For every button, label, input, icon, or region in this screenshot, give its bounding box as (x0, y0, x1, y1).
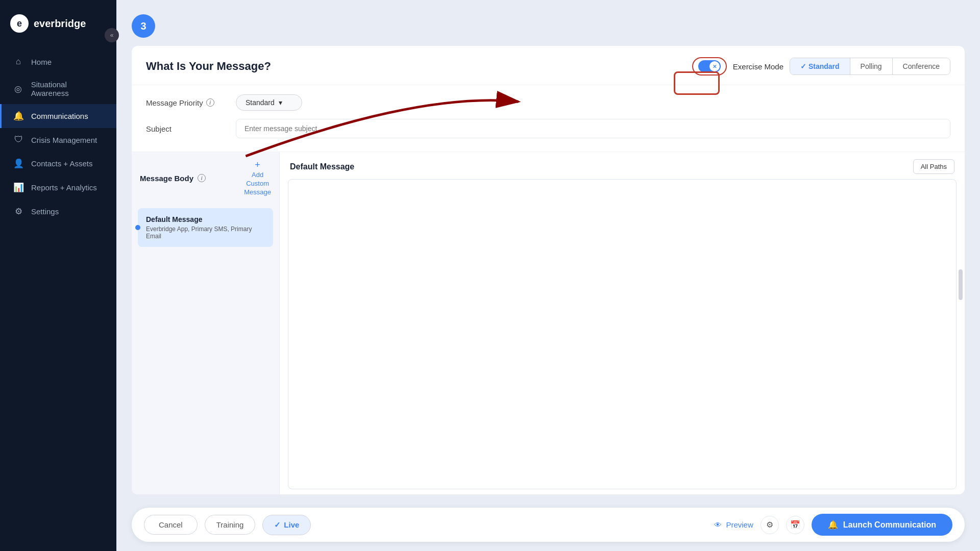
message-section: Message Body i + AddCustomMessage Defaul… (132, 152, 965, 494)
sidebar-nav: ⌂ Home ◎ Situational Awareness 🔔 Communi… (0, 45, 116, 551)
bottom-bar: Cancel Training ✓ Live 👁 Preview ⚙ 📅 🔔 L… (132, 508, 965, 542)
settings-icon: ⚙ (13, 206, 24, 217)
sidebar-item-label: Communications (31, 112, 88, 120)
sidebar-item-contacts-assets[interactable]: 👤 Contacts + Assets (0, 152, 116, 176)
step-bar: 3 (116, 0, 980, 38)
sidebar-item-label: Situational Awareness (31, 80, 105, 97)
exercise-toggle-wrapper: ✕ (692, 57, 727, 76)
situational-awareness-icon: ◎ (13, 84, 24, 94)
training-button[interactable]: Training (205, 515, 256, 535)
preview-button[interactable]: 👁 Preview (714, 520, 753, 529)
exercise-mode-toggle[interactable]: ✕ (698, 60, 721, 72)
priority-row: Message Priority i Standard ▾ (146, 94, 950, 111)
message-item[interactable]: Default Message Everbridge App, Primary … (138, 208, 273, 247)
message-item-subtitle: Everbridge App, Primary SMS, Primary Ema… (146, 226, 265, 240)
calendar-button[interactable]: 📅 (786, 516, 804, 534)
right-panel: Default Message All Paths (280, 152, 965, 494)
sidebar-item-label: Contacts + Assets (31, 159, 92, 168)
form-area: Message Priority i Standard ▾ Subject (132, 85, 965, 152)
message-item-title: Default Message (146, 215, 265, 223)
mode-tabs: ✓ Standard Polling Conference (790, 58, 950, 75)
all-paths-button[interactable]: All Paths (913, 159, 954, 174)
sidebar-item-situational-awareness[interactable]: ◎ Situational Awareness (0, 73, 116, 104)
sidebar-item-label: Crisis Management (31, 136, 97, 144)
priority-info-icon[interactable]: i (206, 98, 214, 107)
sidebar-item-label: Home (31, 58, 52, 66)
calendar-icon: 📅 (790, 520, 800, 530)
communications-icon: 🔔 (13, 111, 24, 121)
contacts-icon: 👤 (13, 158, 24, 169)
message-body-label: Message Body (140, 174, 193, 183)
logo-text: everbridge (34, 18, 86, 30)
sidebar-logo: e everbridge (0, 0, 116, 45)
priority-label: Message Priority i (146, 98, 228, 107)
subject-input[interactable] (236, 119, 950, 138)
left-panel-header: Message Body i + AddCustomMessage (132, 152, 279, 204)
sidebar-collapse-button[interactable]: « (105, 28, 119, 42)
checkmark-icon: ✓ (274, 520, 281, 530)
card-header: What Is Your Message? ✕ Exercise Mode ✓ … (132, 46, 965, 85)
live-button[interactable]: ✓ Live (262, 515, 311, 535)
main-content: 3 What Is Your Message? ✕ Exercis (116, 0, 980, 551)
crisis-management-icon: 🛡 (13, 135, 24, 145)
chevron-down-icon: ▾ (279, 98, 282, 107)
sidebar-item-label: Reports + Analytics (31, 183, 97, 192)
logo-icon: e (10, 14, 29, 33)
toggle-knob: ✕ (709, 61, 720, 71)
right-panel-title: Default Message (290, 162, 354, 171)
message-list: Default Message Everbridge App, Primary … (132, 204, 279, 251)
add-custom-message-button[interactable]: + AddCustomMessage (244, 159, 271, 197)
eye-icon: 👁 (714, 520, 722, 529)
step-circle: 3 (132, 14, 155, 38)
page-title: What Is Your Message? (146, 60, 271, 73)
mode-tab-polling[interactable]: Polling (850, 58, 893, 74)
sidebar-item-settings[interactable]: ⚙ Settings (0, 199, 116, 223)
launch-icon: 🔔 (828, 520, 838, 530)
left-panel: Message Body i + AddCustomMessage Defaul… (132, 152, 280, 494)
subject-label: Subject (146, 124, 228, 133)
cancel-button[interactable]: Cancel (144, 515, 198, 535)
sidebar-item-communications[interactable]: 🔔 Communications (0, 104, 116, 128)
priority-select[interactable]: Standard ▾ (236, 94, 302, 111)
message-dot (135, 225, 140, 230)
exercise-mode-group: ✕ Exercise Mode ✓ Standard Polling Confe… (692, 57, 950, 76)
plus-icon: + (255, 159, 260, 171)
message-editor[interactable] (288, 179, 957, 489)
right-panel-header: Default Message All Paths (280, 152, 965, 179)
gear-icon: ⚙ (766, 520, 773, 530)
message-body-info-icon[interactable]: i (198, 174, 206, 182)
sidebar-item-home[interactable]: ⌂ Home (0, 50, 116, 73)
sidebar: e everbridge « ⌂ Home ◎ Situational Awar… (0, 0, 116, 551)
reports-icon: 📊 (13, 182, 24, 193)
sidebar-item-reports-analytics[interactable]: 📊 Reports + Analytics (0, 176, 116, 199)
scroll-indicator (959, 269, 963, 300)
content-card: What Is Your Message? ✕ Exercise Mode ✓ … (132, 46, 965, 494)
sidebar-item-label: Settings (31, 207, 59, 216)
settings-button[interactable]: ⚙ (761, 516, 779, 534)
add-custom-label: AddCustomMessage (244, 171, 271, 197)
exercise-mode-label: Exercise Mode (733, 62, 783, 71)
sidebar-item-crisis-management[interactable]: 🛡 Crisis Management (0, 128, 116, 152)
subject-row: Subject (146, 119, 950, 138)
mode-tab-standard[interactable]: ✓ Standard (790, 58, 850, 74)
home-icon: ⌂ (13, 57, 24, 67)
mode-tab-conference[interactable]: Conference (893, 58, 950, 74)
launch-communication-button[interactable]: 🔔 Launch Communication (812, 514, 952, 536)
